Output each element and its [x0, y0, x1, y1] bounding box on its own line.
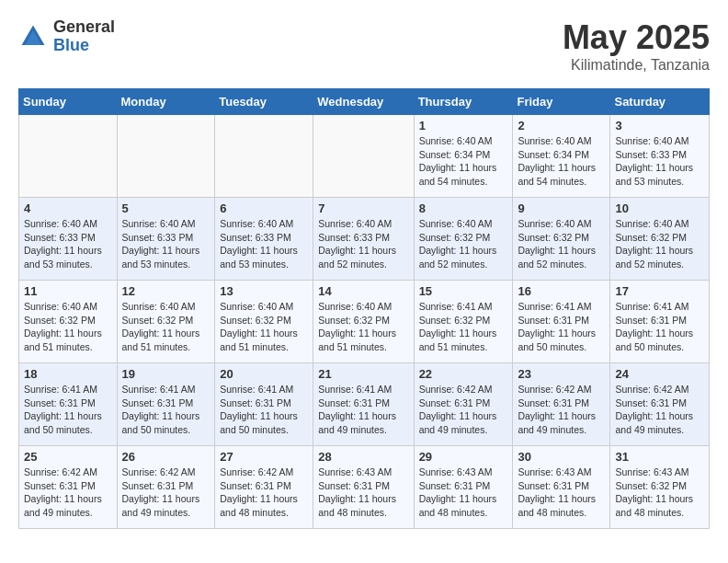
day-number: 23 — [518, 367, 605, 381]
day-number: 13 — [220, 284, 308, 298]
calendar-cell: 2Sunrise: 6:40 AM Sunset: 6:34 PM Daylig… — [513, 115, 610, 198]
title-month: May 2025 — [563, 18, 710, 57]
calendar-cell: 25Sunrise: 6:42 AM Sunset: 6:31 PM Dayli… — [19, 446, 118, 529]
day-number: 7 — [318, 201, 408, 215]
day-info: Sunrise: 6:40 AM Sunset: 6:33 PM Dayligh… — [122, 217, 210, 271]
calendar-cell — [19, 115, 118, 198]
day-number: 27 — [220, 450, 308, 464]
calendar-cell: 8Sunrise: 6:40 AM Sunset: 6:32 PM Daylig… — [414, 198, 513, 281]
day-info: Sunrise: 6:42 AM Sunset: 6:31 PM Dayligh… — [122, 465, 210, 520]
logo-general: General — [53, 18, 115, 37]
calendar-cell: 18Sunrise: 6:41 AM Sunset: 6:31 PM Dayli… — [19, 363, 118, 446]
calendar-cell: 24Sunrise: 6:42 AM Sunset: 6:31 PM Dayli… — [610, 363, 710, 446]
day-number: 9 — [518, 201, 605, 215]
logo-text: General Blue — [53, 18, 115, 55]
calendar-cell: 4Sunrise: 6:40 AM Sunset: 6:33 PM Daylig… — [19, 198, 118, 281]
calendar-cell: 16Sunrise: 6:41 AM Sunset: 6:31 PM Dayli… — [513, 281, 610, 363]
day-info: Sunrise: 6:41 AM Sunset: 6:31 PM Dayligh… — [122, 383, 210, 437]
day-number: 25 — [24, 450, 112, 464]
calendar-cell: 12Sunrise: 6:40 AM Sunset: 6:32 PM Dayli… — [117, 281, 215, 363]
day-info: Sunrise: 6:40 AM Sunset: 6:33 PM Dayligh… — [318, 217, 408, 271]
calendar-cell: 20Sunrise: 6:41 AM Sunset: 6:31 PM Dayli… — [215, 363, 313, 446]
calendar-cell: 14Sunrise: 6:40 AM Sunset: 6:32 PM Dayli… — [313, 281, 414, 363]
calendar-cell: 13Sunrise: 6:40 AM Sunset: 6:32 PM Dayli… — [215, 281, 313, 363]
calendar-cell: 11Sunrise: 6:40 AM Sunset: 6:32 PM Dayli… — [19, 281, 118, 363]
title-block: May 2025 Kilimatinde, Tanzania — [563, 18, 710, 74]
day-info: Sunrise: 6:40 AM Sunset: 6:34 PM Dayligh… — [518, 134, 605, 189]
header-cell-friday: Friday — [513, 89, 610, 115]
day-number: 20 — [220, 367, 308, 381]
header-row: SundayMondayTuesdayWednesdayThursdayFrid… — [19, 89, 710, 115]
day-info: Sunrise: 6:42 AM Sunset: 6:31 PM Dayligh… — [24, 465, 112, 520]
day-number: 24 — [615, 367, 704, 381]
calendar-cell: 19Sunrise: 6:41 AM Sunset: 6:31 PM Dayli… — [117, 363, 215, 446]
day-number: 1 — [419, 119, 508, 132]
day-info: Sunrise: 6:40 AM Sunset: 6:32 PM Dayligh… — [318, 300, 408, 354]
calendar-cell: 6Sunrise: 6:40 AM Sunset: 6:33 PM Daylig… — [215, 198, 313, 281]
day-number: 16 — [518, 284, 605, 298]
day-info: Sunrise: 6:40 AM Sunset: 6:32 PM Dayligh… — [122, 300, 210, 354]
day-number: 26 — [122, 450, 210, 464]
calendar-cell: 30Sunrise: 6:43 AM Sunset: 6:31 PM Dayli… — [513, 446, 610, 529]
day-number: 15 — [419, 284, 508, 298]
week-row-4: 18Sunrise: 6:41 AM Sunset: 6:31 PM Dayli… — [19, 363, 710, 446]
calendar-cell: 28Sunrise: 6:43 AM Sunset: 6:31 PM Dayli… — [313, 446, 414, 529]
day-info: Sunrise: 6:42 AM Sunset: 6:31 PM Dayligh… — [518, 383, 605, 437]
day-number: 5 — [122, 201, 210, 215]
header-cell-saturday: Saturday — [610, 89, 710, 115]
header-cell-thursday: Thursday — [414, 89, 513, 115]
day-info: Sunrise: 6:43 AM Sunset: 6:32 PM Dayligh… — [615, 465, 704, 520]
day-number: 18 — [24, 367, 112, 381]
calendar-cell: 26Sunrise: 6:42 AM Sunset: 6:31 PM Dayli… — [117, 446, 215, 529]
calendar-cell: 10Sunrise: 6:40 AM Sunset: 6:32 PM Dayli… — [610, 198, 710, 281]
day-info: Sunrise: 6:40 AM Sunset: 6:32 PM Dayligh… — [24, 300, 112, 354]
day-number: 29 — [419, 450, 508, 464]
day-number: 21 — [318, 367, 408, 381]
day-info: Sunrise: 6:43 AM Sunset: 6:31 PM Dayligh… — [419, 465, 508, 520]
day-info: Sunrise: 6:42 AM Sunset: 6:31 PM Dayligh… — [220, 465, 308, 520]
day-info: Sunrise: 6:40 AM Sunset: 6:32 PM Dayligh… — [419, 217, 508, 271]
page-header: General Blue May 2025 Kilimatinde, Tanza… — [18, 18, 710, 74]
logo: General Blue — [18, 18, 115, 55]
day-info: Sunrise: 6:40 AM Sunset: 6:32 PM Dayligh… — [220, 300, 308, 354]
day-info: Sunrise: 6:41 AM Sunset: 6:31 PM Dayligh… — [318, 383, 408, 437]
week-row-3: 11Sunrise: 6:40 AM Sunset: 6:32 PM Dayli… — [19, 281, 710, 363]
title-location: Kilimatinde, Tanzania — [563, 57, 710, 74]
day-number: 17 — [615, 284, 704, 298]
day-info: Sunrise: 6:40 AM Sunset: 6:32 PM Dayligh… — [615, 217, 704, 271]
calendar-cell: 17Sunrise: 6:41 AM Sunset: 6:31 PM Dayli… — [610, 281, 710, 363]
calendar-cell: 15Sunrise: 6:41 AM Sunset: 6:32 PM Dayli… — [414, 281, 513, 363]
calendar-header: SundayMondayTuesdayWednesdayThursdayFrid… — [19, 89, 710, 115]
calendar-cell — [117, 115, 215, 198]
calendar-cell: 27Sunrise: 6:42 AM Sunset: 6:31 PM Dayli… — [215, 446, 313, 529]
day-info: Sunrise: 6:41 AM Sunset: 6:31 PM Dayligh… — [518, 300, 605, 354]
calendar-cell: 9Sunrise: 6:40 AM Sunset: 6:32 PM Daylig… — [513, 198, 610, 281]
logo-icon — [18, 22, 48, 52]
logo-blue: Blue — [53, 37, 115, 55]
day-info: Sunrise: 6:43 AM Sunset: 6:31 PM Dayligh… — [318, 465, 408, 520]
day-info: Sunrise: 6:43 AM Sunset: 6:31 PM Dayligh… — [518, 465, 605, 520]
day-number: 8 — [419, 201, 508, 215]
calendar-cell: 3Sunrise: 6:40 AM Sunset: 6:33 PM Daylig… — [610, 115, 710, 198]
day-number: 2 — [518, 119, 605, 132]
calendar-table: SundayMondayTuesdayWednesdayThursdayFrid… — [18, 88, 710, 529]
calendar-cell: 29Sunrise: 6:43 AM Sunset: 6:31 PM Dayli… — [414, 446, 513, 529]
calendar-body: 1Sunrise: 6:40 AM Sunset: 6:34 PM Daylig… — [19, 115, 710, 529]
day-info: Sunrise: 6:41 AM Sunset: 6:32 PM Dayligh… — [419, 300, 508, 354]
day-number: 4 — [24, 201, 112, 215]
day-number: 31 — [615, 450, 704, 464]
day-number: 11 — [24, 284, 112, 298]
calendar-cell: 22Sunrise: 6:42 AM Sunset: 6:31 PM Dayli… — [414, 363, 513, 446]
calendar-cell: 31Sunrise: 6:43 AM Sunset: 6:32 PM Dayli… — [610, 446, 710, 529]
header-cell-tuesday: Tuesday — [215, 89, 313, 115]
day-info: Sunrise: 6:40 AM Sunset: 6:32 PM Dayligh… — [518, 217, 605, 271]
calendar-cell: 1Sunrise: 6:40 AM Sunset: 6:34 PM Daylig… — [414, 115, 513, 198]
day-info: Sunrise: 6:41 AM Sunset: 6:31 PM Dayligh… — [615, 300, 704, 354]
week-row-2: 4Sunrise: 6:40 AM Sunset: 6:33 PM Daylig… — [19, 198, 710, 281]
day-number: 12 — [122, 284, 210, 298]
day-info: Sunrise: 6:40 AM Sunset: 6:33 PM Dayligh… — [615, 134, 704, 189]
day-number: 10 — [615, 201, 704, 215]
calendar-cell: 5Sunrise: 6:40 AM Sunset: 6:33 PM Daylig… — [117, 198, 215, 281]
day-info: Sunrise: 6:42 AM Sunset: 6:31 PM Dayligh… — [615, 383, 704, 437]
calendar-cell: 23Sunrise: 6:42 AM Sunset: 6:31 PM Dayli… — [513, 363, 610, 446]
